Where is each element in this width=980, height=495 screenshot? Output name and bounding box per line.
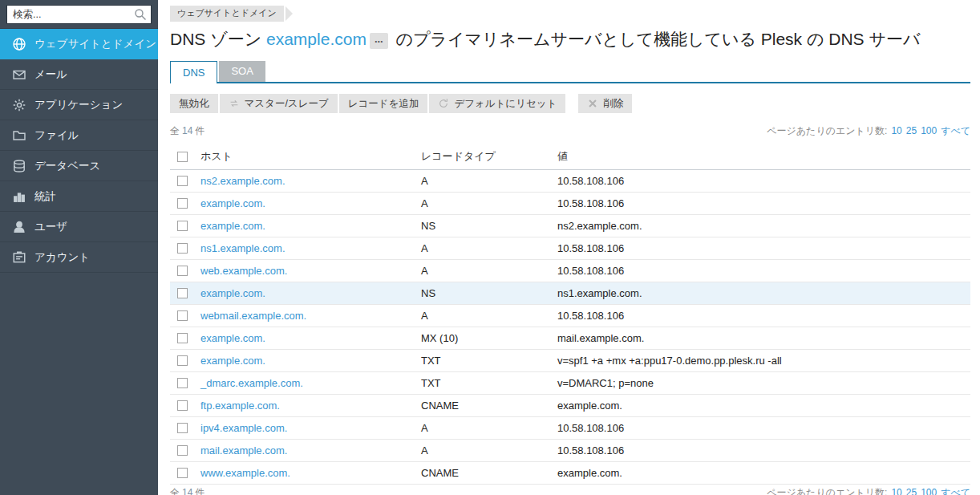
row-checkbox[interactable] — [177, 221, 188, 231]
table-row: mail.example.com.A10.58.108.106 — [170, 440, 970, 462]
row-checkbox[interactable] — [177, 288, 188, 298]
toolbar-button-2[interactable]: レコードを追加 — [339, 94, 428, 113]
table-row: webmail.example.com.A10.58.108.106 — [170, 305, 970, 327]
table-row: ftp.example.com.CNAMEexample.com. — [170, 395, 970, 417]
page-title: DNS ゾーン example.com... のプライマリネームサーバとして機能… — [170, 28, 970, 51]
record-value: example.com. — [551, 462, 970, 485]
record-value: 10.58.108.106 — [551, 260, 970, 282]
search-icon[interactable] — [134, 8, 147, 21]
account-icon — [12, 250, 26, 265]
search-input[interactable] — [6, 5, 152, 24]
sidebar-item-1[interactable]: メール — [0, 59, 158, 90]
column-header-value: 値 — [551, 145, 970, 170]
row-checkbox[interactable] — [177, 468, 188, 478]
sidebar-item-7[interactable]: アカウント — [0, 242, 158, 273]
row-checkbox[interactable] — [177, 400, 188, 411]
row-checkbox[interactable] — [177, 355, 188, 366]
mail-icon — [12, 67, 26, 82]
stats-icon — [12, 189, 26, 204]
main-content: ウェブサイトとドメイン DNS ゾーン example.com... のプライマ… — [158, 0, 980, 495]
record-value: v=DMARC1; p=none — [551, 372, 970, 395]
row-checkbox[interactable] — [177, 333, 188, 343]
per-page-option-25[interactable]: 25 — [906, 125, 917, 136]
row-checkbox[interactable] — [177, 310, 188, 321]
row-checkbox[interactable] — [177, 176, 188, 186]
record-type: NS — [415, 282, 551, 305]
host-link[interactable]: ns1.example.com. — [200, 242, 285, 254]
host-link[interactable]: _dmarc.example.com. — [200, 377, 303, 389]
toolbar-button-4[interactable]: 削除 — [578, 94, 632, 113]
per-page-selector: ページあたりのエントリ数:1025100すべて — [767, 124, 970, 138]
tab-soa[interactable]: SOA — [219, 61, 265, 82]
per-page-option-10[interactable]: 10 — [891, 487, 901, 495]
per-page-option-25[interactable]: 25 — [906, 487, 917, 495]
row-checkbox[interactable] — [177, 266, 188, 276]
sidebar-item-6[interactable]: ユーザ — [0, 212, 158, 242]
record-type: A — [415, 170, 551, 193]
globe-icon — [12, 37, 26, 51]
toolbar-button-0[interactable]: 無効化 — [170, 94, 218, 113]
per-page-option-すべて[interactable]: すべて — [941, 125, 970, 136]
toolbar-button-label: マスター/スレーブ — [245, 97, 329, 111]
record-value: mail.example.com. — [551, 327, 970, 350]
list-meta-bottom: 全14件 ページあたりのエントリ数:1025100すべて — [170, 486, 970, 495]
row-checkbox[interactable] — [177, 243, 188, 254]
breadcrumb-websites-domains[interactable]: ウェブサイトとドメイン — [170, 6, 284, 22]
host-link[interactable]: example.com. — [200, 197, 265, 209]
title-suffix: のプライマリネームサーバとして機能している Plesk の DNS サーバ — [391, 30, 921, 48]
sidebar-item-label: ユーザ — [34, 220, 67, 234]
sidebar-item-3[interactable]: ファイル — [0, 120, 158, 151]
sidebar-item-label: メール — [34, 67, 67, 82]
table-row: example.com.TXTv=spf1 +a +mx +a:ppu17-0.… — [170, 350, 970, 372]
record-value: 10.58.108.106 — [551, 170, 970, 193]
sidebar-item-0[interactable]: ウェブサイトとドメイン — [0, 29, 158, 59]
sidebar-item-4[interactable]: データベース — [0, 151, 158, 181]
toolbar: 無効化マスター/スレーブレコードを追加デフォルトにリセット削除 — [170, 94, 970, 113]
row-checkbox[interactable] — [177, 378, 188, 388]
table-row: example.com.NSns2.example.com. — [170, 215, 970, 237]
sidebar-item-5[interactable]: 統計 — [0, 181, 158, 212]
title-prefix: DNS ゾーン — [170, 30, 266, 48]
host-link[interactable]: example.com. — [200, 220, 265, 232]
host-link[interactable]: ipv4.example.com. — [200, 422, 287, 434]
host-link[interactable]: web.example.com. — [200, 265, 287, 277]
table-row: example.com.MX (10)mail.example.com. — [170, 327, 970, 350]
row-checkbox[interactable] — [177, 198, 188, 209]
host-link[interactable]: example.com. — [200, 332, 265, 344]
host-link[interactable]: ns2.example.com. — [200, 175, 285, 187]
select-all-checkbox[interactable] — [177, 152, 188, 162]
per-page-selector: ページあたりのエントリ数:1025100すべて — [767, 486, 970, 495]
per-page-option-すべて[interactable]: すべて — [941, 487, 970, 495]
sidebar-item-label: アカウント — [34, 250, 90, 265]
record-value: 10.58.108.106 — [551, 440, 970, 462]
host-link[interactable]: example.com. — [200, 355, 265, 367]
per-page-option-100[interactable]: 100 — [921, 125, 937, 136]
record-type: CNAME — [415, 395, 551, 417]
folder-icon — [12, 128, 26, 143]
toolbar-button-1[interactable]: マスター/スレーブ — [220, 94, 338, 113]
sidebar-item-label: ファイル — [34, 128, 79, 143]
swap-icon — [229, 98, 240, 109]
domain-link[interactable]: example.com — [266, 30, 366, 48]
row-checkbox[interactable] — [177, 445, 188, 456]
host-link[interactable]: example.com. — [200, 287, 265, 299]
host-link[interactable]: www.example.com. — [200, 467, 290, 479]
database-icon — [12, 159, 26, 173]
row-checkbox[interactable] — [177, 423, 188, 433]
dns-records-table: ホスト レコードタイプ 値 ns2.example.com.A10.58.108… — [170, 145, 970, 485]
domain-more-button[interactable]: ... — [370, 33, 388, 49]
toolbar-button-3[interactable]: デフォルトにリセット — [429, 94, 565, 113]
host-link[interactable]: ftp.example.com. — [200, 400, 280, 412]
table-row: ns1.example.com.A10.58.108.106 — [170, 237, 970, 260]
sidebar-item-2[interactable]: アプリケーション — [0, 90, 158, 120]
per-page-option-100[interactable]: 100 — [921, 487, 937, 495]
table-row: example.com.A10.58.108.106 — [170, 193, 970, 215]
record-type: A — [415, 305, 551, 327]
host-link[interactable]: webmail.example.com. — [200, 310, 306, 322]
record-value: example.com. — [551, 395, 970, 417]
host-link[interactable]: mail.example.com. — [200, 444, 287, 456]
table-row: www.example.com.CNAMEexample.com. — [170, 462, 970, 485]
per-page-option-10[interactable]: 10 — [891, 125, 901, 136]
tab-dns[interactable]: DNS — [170, 61, 217, 83]
record-type: CNAME — [415, 462, 551, 485]
